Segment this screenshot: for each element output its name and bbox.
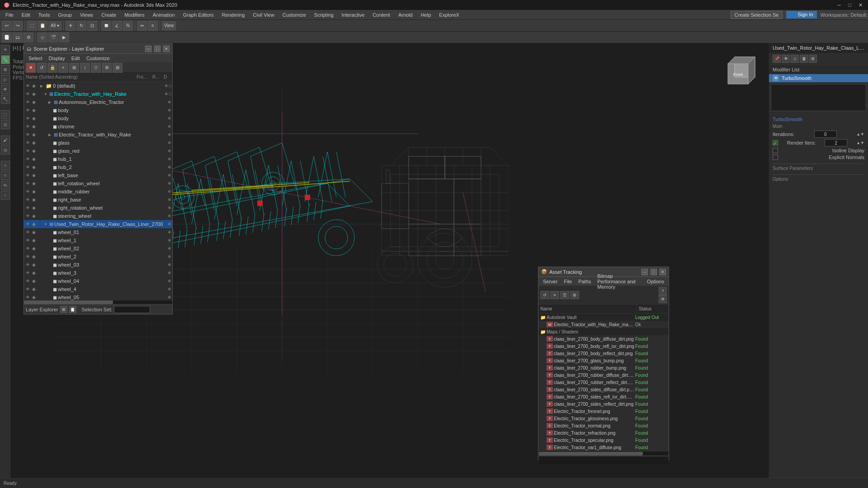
menu-tools[interactable]: Tools — [35, 11, 54, 19]
list-item[interactable]: T Electric_Tractor_specular.png Found — [538, 436, 669, 444]
se-menu-display[interactable]: Display — [46, 55, 68, 62]
select-by-name-button[interactable]: 📋 — [38, 21, 47, 31]
list-item[interactable]: 👁◉ ◼ wheel_3 ❄ — [24, 269, 172, 277]
scene-explorer-button[interactable]: 🗂 — [13, 33, 23, 42]
view-dropdown[interactable]: View — [162, 21, 176, 30]
list-item[interactable]: 👁 ◉ ◼ body ❄ — [24, 106, 172, 114]
list-item[interactable]: 👁◉ ◼ wheel_01 ❄ — [24, 228, 172, 236]
scene-tree[interactable]: 👁 ◉ ▶ 📁 0 (default) ❄ □ 👁 ◉ ▼ ⊞ Electr — [24, 82, 172, 300]
list-item[interactable]: T Electric_Tractor_var1_diffuse.png Foun… — [538, 444, 669, 451]
viewport[interactable]: [+] [ Perspective ] [ User Defined ] [ E… — [11, 43, 769, 488]
menu-explorex[interactable]: ExploreX — [435, 11, 463, 19]
se-bottom-icon2[interactable]: 📋 — [69, 306, 76, 313]
at-menu-options[interactable]: Options — [644, 278, 667, 285]
menu-civil-view[interactable]: Civil View — [249, 11, 278, 19]
list-item[interactable]: 👁 ◉ ▼ ⊞ Electric_Tractor_with_Hay_Rake ❄… — [24, 90, 172, 98]
surface-params-button[interactable]: Surface Parameters — [773, 166, 864, 171]
snap-icon[interactable]: ⊹ — [1, 161, 10, 170]
menu-create[interactable]: Create — [98, 11, 120, 19]
percent-snap-icon[interactable]: % — [1, 181, 10, 190]
at-details-view-button[interactable]: ☰ — [560, 291, 569, 299]
se-layers-btn[interactable]: ⊞ — [69, 63, 79, 73]
window-crossing-icon[interactable]: ⊡ — [1, 120, 10, 129]
modifier-item[interactable]: 👁 TurboSmooth — [769, 74, 868, 82]
menu-edit[interactable]: Edit — [18, 11, 34, 19]
list-item[interactable]: 👁 ◉ ▶ ⊞ Autonomous_Electric_Tractor ❄ — [24, 98, 172, 106]
menu-rendering[interactable]: Rendering — [218, 11, 249, 19]
pin-modifier-button[interactable]: 📌 — [773, 55, 781, 63]
scale-button[interactable]: ⊡ — [87, 21, 97, 31]
at-menu-file[interactable]: File — [561, 278, 575, 285]
rotate-button[interactable]: ↻ — [76, 21, 86, 31]
se-bottom-icon1[interactable]: ⊞ — [60, 306, 67, 313]
list-item[interactable]: T Electric_Tractor_glossiness.png Found — [538, 415, 669, 422]
se-refresh-btn[interactable]: ↺ — [37, 63, 47, 73]
menu-views[interactable]: Views — [76, 11, 97, 19]
render-iters-spinner[interactable]: ▲▼ — [856, 141, 864, 145]
list-item[interactable]: 👁◉ ◼ wheel_05 ❄ — [24, 293, 172, 300]
modify-icon[interactable]: 🔧 — [1, 55, 10, 64]
list-item[interactable]: T claas_liner_2700_body_diffuse_dirt.png… — [538, 335, 669, 343]
se-menu-select[interactable]: Select — [26, 55, 45, 62]
list-item[interactable]: 📁 Autodesk Vault Logged Out — [538, 314, 669, 321]
list-item[interactable]: 👁 ◉ ◼ left_base ❄ — [24, 171, 172, 179]
undo-button[interactable]: ↩ — [2, 21, 12, 31]
render-iters-value[interactable]: 2 — [825, 139, 847, 146]
expand-arrow[interactable]: ▶ — [40, 84, 45, 88]
list-item[interactable]: 👁 ◉ ▼ ⊞ Used_Twin_Rotor_Hay_Rake_Claas_L… — [24, 220, 172, 228]
render-setup-button[interactable]: 🎬 — [48, 33, 58, 42]
list-item[interactable]: 👁◉ ◼ wheel_4 ❄ — [24, 285, 172, 293]
at-maximize-button[interactable]: □ — [651, 269, 657, 275]
list-item[interactable]: T Electric_Tractor_refraction.png Found — [538, 429, 669, 436]
at-path-input[interactable] — [538, 455, 669, 465]
se-menu-edit[interactable]: Edit — [69, 55, 83, 62]
modifier-eye-icon[interactable]: 👁 — [773, 75, 779, 81]
menu-group[interactable]: Group — [54, 11, 75, 19]
list-item[interactable]: 👁 ◉ ◼ middle_rubber ❄ — [24, 188, 172, 196]
navigation-cube[interactable]: Front — [723, 52, 760, 89]
se-add-btn[interactable]: + — [58, 63, 68, 73]
percent-snap-button[interactable]: % — [123, 21, 133, 31]
layer-manager-button[interactable]: 📑 — [2, 33, 12, 42]
hierarchy-icon[interactable]: ⊞ — [1, 65, 10, 74]
expand-arrow[interactable]: ▶ — [48, 133, 53, 137]
redo-button[interactable]: ↪ — [13, 21, 23, 31]
list-item[interactable]: 👁 ◉ ◼ left_rotation_wheel ❄ — [24, 179, 172, 188]
at-help-button[interactable]: ? — [659, 287, 667, 295]
render-iters-checkbox[interactable]: ✓ — [773, 140, 778, 145]
at-menu-paths[interactable]: Paths — [576, 278, 594, 285]
remove-modifier-button[interactable]: 🗑 — [800, 55, 808, 63]
at-menu-bitmap[interactable]: Bitmap Performance and Memory — [594, 272, 643, 291]
list-item[interactable]: T claas_liner_2700_sides_reflect_dirt.pn… — [538, 400, 669, 408]
at-close-button[interactable]: ✕ — [660, 269, 666, 275]
list-item[interactable]: M Electric_Tractor_with_Hay_Rake_max_vra… — [538, 321, 669, 328]
close-button[interactable]: ✕ — [857, 2, 864, 8]
at-menu-server[interactable]: Server — [540, 278, 560, 285]
angle-snap-icon[interactable]: ⌗ — [1, 171, 10, 180]
expand-arrow[interactable]: ▼ — [44, 92, 48, 96]
se-menu-customize[interactable]: Customize — [84, 55, 113, 62]
expand-arrow[interactable]: ▶ — [48, 100, 53, 104]
menu-customize[interactable]: Customize — [279, 11, 310, 19]
selection-filter-dropdown[interactable]: All ▾ — [48, 21, 61, 30]
menu-interactive[interactable]: Interactive — [338, 11, 368, 19]
at-list-view-button[interactable]: ≡ — [550, 291, 559, 299]
angle-snap-button[interactable]: ∠ — [112, 21, 122, 31]
list-item[interactable]: 👁◉ ◼ wheel_2 ❄ — [24, 253, 172, 261]
list-item[interactable]: T claas_liner_2700_body_reflect_dirt.png… — [538, 350, 669, 357]
display-icon[interactable]: 👁 — [1, 85, 10, 94]
menu-file[interactable]: File — [2, 11, 17, 19]
menu-animation[interactable]: Animation — [149, 11, 179, 19]
at-refresh-button[interactable]: ↺ — [540, 291, 549, 299]
scene-explorer-close-button[interactable]: ✕ — [163, 46, 170, 52]
list-item[interactable]: T Electric_Tractor_fresnel.png Found — [538, 408, 669, 415]
list-item[interactable]: 👁◉ ◼ wheel_02 ❄ — [24, 244, 172, 253]
maximize-button[interactable]: □ — [846, 2, 853, 8]
scene-explorer-minimize-button[interactable]: ─ — [145, 46, 151, 52]
list-item[interactable]: T claas_liner_2700_sides_refl_ior_dirt.p… — [538, 393, 669, 400]
list-item[interactable]: T claas_liner_2700_sides_diffuse_dirt.pn… — [538, 386, 669, 393]
asset-tracking-list[interactable]: 📁 Autodesk Vault Logged Out M Electric_T… — [538, 314, 669, 451]
menu-arnold[interactable]: Arnold — [395, 11, 416, 19]
sign-in-button[interactable]: 👤 Sign In — [786, 11, 816, 19]
make-unique-button[interactable]: ◇ — [791, 55, 799, 63]
